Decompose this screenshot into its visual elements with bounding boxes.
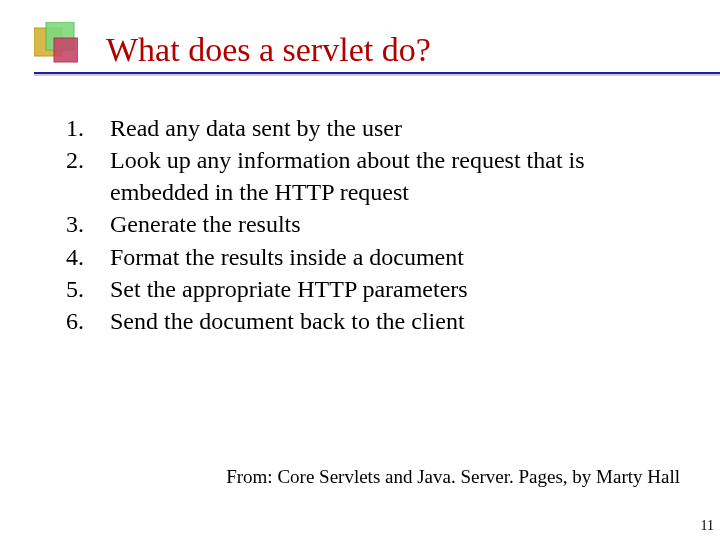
list-number: 2. (60, 144, 94, 208)
slide-title: What does a servlet do? (106, 32, 431, 70)
page-number: 11 (701, 518, 714, 534)
list-text: Read any data sent by the user (94, 112, 402, 144)
list-number: 6. (60, 305, 94, 337)
list-number: 1. (60, 112, 94, 144)
list-item: 5. Set the appropriate HTTP parameters (60, 273, 660, 305)
list-item: 1. Read any data sent by the user (60, 112, 660, 144)
title-underline (34, 72, 720, 74)
slide-body: 1. Read any data sent by the user 2. Loo… (60, 112, 660, 337)
list-item: 6. Send the document back to the client (60, 305, 660, 337)
citation: From: Core Servlets and Java. Server. Pa… (226, 466, 680, 488)
title-row: What does a servlet do? (34, 26, 700, 70)
list-item: 3. Generate the results (60, 208, 660, 240)
list-number: 4. (60, 241, 94, 273)
list-item: 2. Look up any information about the req… (60, 144, 660, 208)
slide-bullet-icon (34, 22, 78, 66)
list-text: Look up any information about the reques… (94, 144, 660, 208)
list-text: Send the document back to the client (94, 305, 465, 337)
list-text: Format the results inside a document (94, 241, 464, 273)
list-text: Generate the results (94, 208, 301, 240)
list-number: 5. (60, 273, 94, 305)
list-number: 3. (60, 208, 94, 240)
list-item: 4. Format the results inside a document (60, 241, 660, 273)
svg-rect-2 (54, 38, 78, 62)
list-text: Set the appropriate HTTP parameters (94, 273, 468, 305)
